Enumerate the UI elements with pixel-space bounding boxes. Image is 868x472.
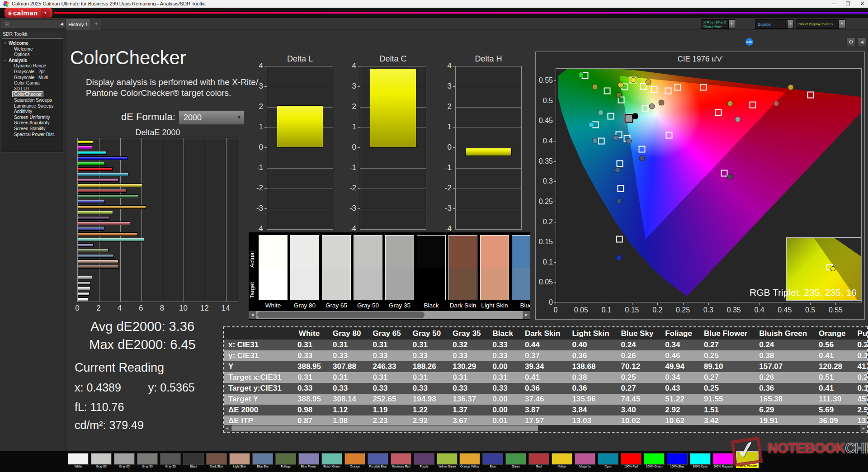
- table-col-dark-skin: Dark Skin: [519, 327, 566, 340]
- de-formula-dropdown[interactable]: 2000 ▼: [179, 110, 245, 125]
- deltae-bar-blue-sky: [78, 254, 114, 258]
- swatch-scroll-thumb[interactable]: [257, 312, 425, 318]
- tab-history-1[interactable]: History 1: [66, 19, 90, 30]
- patch-gray-35[interactable]: Gray 35: [160, 453, 181, 468]
- calman-menu-dropdown-icon[interactable]: ▼: [41, 8, 50, 18]
- sidebar-item-grayscale-2pt[interactable]: Grayscale - 2pt: [2, 69, 63, 75]
- sidebar-item-luminance-sweeps[interactable]: Luminance Sweeps: [2, 104, 63, 109]
- patch-label: Dark Skin: [206, 465, 227, 468]
- collapse-panel-icon[interactable]: ◀: [857, 38, 867, 47]
- meter-dropdown-icon[interactable]: ▼: [728, 20, 735, 28]
- patch-red[interactable]: Red: [528, 453, 549, 468]
- patch-light-skin[interactable]: Light Skin: [229, 453, 250, 468]
- tree-expand-icon[interactable]: ▾: [4, 58, 6, 64]
- table-scroll-right-icon[interactable]: ►: [860, 425, 867, 432]
- patch-yellow[interactable]: Yellow: [552, 453, 572, 468]
- patch-bluish-green[interactable]: Bluish Green: [321, 453, 342, 468]
- patch-magenta[interactable]: Magenta: [575, 453, 595, 468]
- collapse-sidebar-icon[interactable]: ◀: [60, 21, 63, 27]
- current-x-readout: x: 0.4389: [75, 381, 121, 394]
- sidebar-item-screen-stability[interactable]: Screen Stability: [2, 126, 63, 132]
- patch-gray-65[interactable]: Gray 65: [114, 453, 135, 468]
- patch-100-blue[interactable]: 100% Blue: [667, 453, 688, 468]
- patch-orange[interactable]: Orange: [344, 453, 365, 468]
- sidebar-item-welcome[interactable]: Welcome: [2, 47, 63, 52]
- display-control-selector[interactable]: Direct Display Control ▼: [796, 19, 845, 29]
- patch-color-block: [91, 453, 112, 465]
- patch-blue[interactable]: Blue: [482, 453, 503, 468]
- settings-gear-icon[interactable]: ⚙: [846, 38, 856, 47]
- patch-cyan[interactable]: Cyan: [598, 453, 618, 468]
- patch-100-cyan[interactable]: 100% Cyan: [690, 453, 711, 468]
- sidebar-item-color-gamut[interactable]: Color Gamut: [2, 80, 63, 86]
- sidebar-item-label: Saturation Sweeps: [14, 98, 52, 103]
- table-scroll-left-icon[interactable]: ◄: [224, 425, 231, 432]
- maximize-button[interactable]: ❐: [846, 0, 850, 8]
- sidebar-item-screen-uniformity[interactable]: Screen Uniformity: [2, 115, 63, 121]
- patch-100-green[interactable]: 100% Green: [644, 453, 665, 468]
- table-col-blue-flower: Blue Flower: [698, 327, 753, 340]
- patch-black[interactable]: Black: [183, 453, 204, 468]
- source-selector[interactable]: Source ▼: [755, 19, 794, 29]
- table-row-label: x: CIE31: [224, 340, 292, 350]
- page-title: ColorChecker: [70, 47, 186, 69]
- patch-foliage[interactable]: Foliage: [275, 453, 296, 468]
- patch-moderate-red[interactable]: Moderate Red: [391, 453, 411, 468]
- patch-gray-80[interactable]: Gray 80: [91, 453, 112, 468]
- patch-dark-skin[interactable]: Dark Skin: [206, 453, 227, 468]
- table-scrollbar[interactable]: ◄ ►: [224, 425, 867, 432]
- table-cell: 0.37: [519, 350, 566, 361]
- sidebar-item-additivity[interactable]: Additivity: [2, 109, 63, 115]
- sidebar-item-spectral-power-dist[interactable]: Spectral Power Dist.: [2, 132, 63, 138]
- tree-expand-icon[interactable]: ▾: [4, 41, 6, 47]
- patch-green[interactable]: Green: [505, 453, 526, 468]
- sidebar-item-label: Welcome: [14, 47, 33, 52]
- patch-yellow-green[interactable]: Yellow Green: [437, 453, 458, 468]
- patch-purplish-blue[interactable]: Purplish Blue: [368, 453, 388, 468]
- table-cell: 0.21: [852, 372, 868, 383]
- deltae-chart-title: DeltaE 2000: [77, 128, 238, 137]
- patch-gray-50[interactable]: Gray 50: [137, 453, 158, 468]
- delta-l-tickmark: [264, 86, 267, 87]
- table-cell: 1.12: [327, 405, 367, 415]
- table-scroll-thumb[interactable]: [231, 425, 538, 431]
- swatch-scrollbar[interactable]: ◄ ►: [249, 311, 530, 319]
- patch-blue-flower[interactable]: Blue Flower: [298, 453, 319, 468]
- sidebar-item-grayscale-multi[interactable]: Grayscale - Multi: [2, 75, 63, 81]
- table-cell: 0.33: [487, 340, 519, 350]
- cie-plot: [556, 68, 862, 302]
- sidebar-item-3d-lut[interactable]: 3D LUT: [2, 86, 63, 92]
- layout-panel-header[interactable]: ◀: [1, 19, 65, 28]
- close-button[interactable]: ✕: [860, 0, 864, 8]
- table-cell: 1.19: [367, 405, 406, 415]
- sidebar-item-analysis[interactable]: ▾Analysis: [2, 58, 63, 64]
- delta-l-ytick-label: -2: [250, 184, 263, 193]
- meter-selector[interactable]: X-Rite i1Pro 2Direct View ▼: [701, 19, 735, 29]
- sidebar-item-colorchecker[interactable]: ColorChecker: [2, 92, 63, 98]
- display-dropdown-icon[interactable]: ▼: [839, 20, 845, 28]
- tab-add-button[interactable]: +: [91, 19, 101, 30]
- swatch-blocks: [259, 235, 288, 300]
- patch-blue-sky[interactable]: Blue Sky: [252, 453, 273, 468]
- swatch-scroll-left-icon[interactable]: ◄: [249, 311, 256, 319]
- cie-ytick-label: 0.35: [537, 157, 553, 165]
- sidebar-item-welcome[interactable]: ▾Welcome: [2, 41, 63, 47]
- patch-white[interactable]: White: [68, 453, 89, 468]
- sidebar-item-saturation-sweeps[interactable]: Saturation Sweeps: [2, 98, 63, 104]
- source-dropdown-icon[interactable]: ▼: [787, 20, 793, 28]
- minimize-button[interactable]: ─: [832, 0, 836, 8]
- sidebar-item-screen-angularity[interactable]: Screen Angularity: [2, 120, 63, 126]
- deltae-bar-gray-80: [78, 292, 90, 296]
- sidebar-item-dynamic-range[interactable]: Dynamic Range: [2, 63, 63, 69]
- patch-purple[interactable]: Purple: [414, 453, 434, 468]
- delta-c-bar: [370, 69, 416, 148]
- patch-100-red[interactable]: 100% Red: [621, 453, 642, 468]
- sidebar-item-options[interactable]: Options: [2, 52, 63, 58]
- swatch-scroll-right-icon[interactable]: ►: [523, 311, 530, 319]
- patch-100-magenta[interactable]: 100% Magenta: [713, 453, 734, 468]
- calman-menu-button[interactable]: ◈ calman ▼: [5, 8, 52, 18]
- swatch-target: [259, 268, 287, 300]
- patch-orange-yellow[interactable]: Orange Yellow: [459, 453, 480, 468]
- table-cell: 0.33: [367, 383, 406, 394]
- table-cell: 0.46: [659, 350, 698, 361]
